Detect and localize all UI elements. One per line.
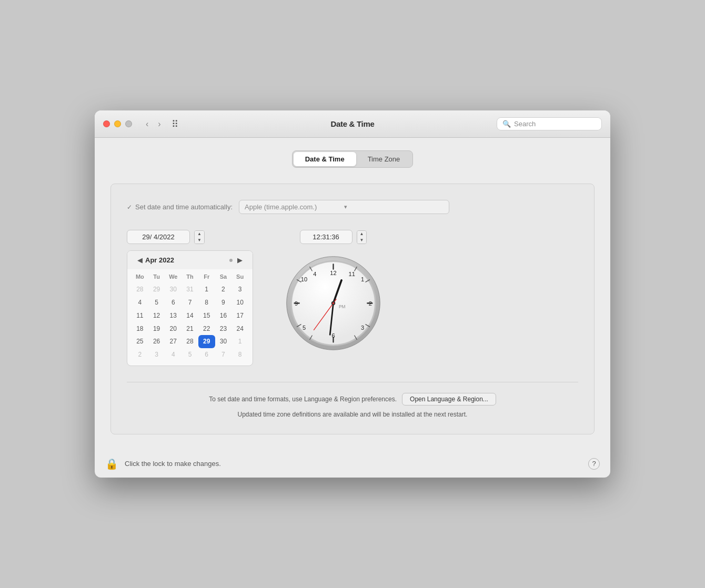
cal-cell[interactable]: 6 <box>198 348 215 361</box>
cal-cell[interactable]: 6 <box>165 296 182 309</box>
svg-text:9: 9 <box>295 300 298 307</box>
cal-cell[interactable]: 17 <box>231 309 248 322</box>
back-button[interactable]: ‹ <box>143 118 152 130</box>
clock-section: ▲ ▼ <box>285 230 382 352</box>
lock-icon[interactable]: 🔒 <box>105 458 118 470</box>
cal-cell[interactable]: 15 <box>198 309 215 322</box>
cal-cell[interactable]: 4 <box>165 348 182 361</box>
search-input[interactable] <box>514 120 596 128</box>
lock-text: Click the lock to make changes. <box>125 460 221 468</box>
open-language-region-button[interactable]: Open Language & Region... <box>402 393 496 405</box>
cal-cell[interactable]: 27 <box>165 335 182 348</box>
calendar-grid: Mo Tu We Th Fr Sa Su 28 29 <box>127 269 253 366</box>
cal-cell[interactable]: 21 <box>182 322 198 336</box>
cal-cell-selected[interactable]: 29 <box>198 335 215 348</box>
auto-time-label[interactable]: ✓ Set date and time automatically: <box>127 203 233 211</box>
svg-text:6: 6 <box>331 332 335 339</box>
cal-cell[interactable]: 13 <box>165 309 182 322</box>
cal-cell[interactable]: 31 <box>182 283 198 296</box>
svg-text:5: 5 <box>303 325 306 331</box>
tab-datetime[interactable]: Date & Time <box>294 152 356 166</box>
cal-cell[interactable]: 5 <box>148 296 165 309</box>
date-field[interactable] <box>127 230 190 244</box>
date-decrement-button[interactable]: ▼ <box>195 237 204 244</box>
cal-cell[interactable]: 5 <box>182 348 198 361</box>
calendar-week-6: 2 3 4 5 6 7 8 <box>132 348 248 361</box>
cal-cell[interactable]: 3 <box>231 283 248 296</box>
cal-cell[interactable]: 7 <box>215 348 232 361</box>
grid-button[interactable]: ⠿ <box>169 116 180 132</box>
svg-point-30 <box>333 302 335 305</box>
calendar-next-button[interactable]: ▶ <box>235 255 245 265</box>
calendar-section: ▲ ▼ ◀ Apr 2022 ▶ <box>127 230 253 366</box>
cal-cell[interactable]: 2 <box>132 348 148 361</box>
cal-cell[interactable]: 22 <box>198 322 215 336</box>
date-increment-button[interactable]: ▲ <box>195 231 204 237</box>
svg-text:11: 11 <box>348 271 355 277</box>
window-title: Date & Time <box>330 119 374 128</box>
server-select[interactable]: Apple (time.apple.com.) ▾ <box>239 200 449 214</box>
chevron-down-icon: ▾ <box>344 204 444 210</box>
time-field[interactable] <box>300 230 352 244</box>
cal-cell[interactable]: 18 <box>132 322 148 336</box>
time-decrement-button[interactable]: ▼ <box>357 237 367 244</box>
close-button[interactable] <box>103 120 110 127</box>
cal-cell[interactable]: 10 <box>231 296 248 309</box>
cal-cell[interactable]: 25 <box>132 335 148 348</box>
cal-cell[interactable]: 9 <box>215 296 232 309</box>
checkmark-icon: ✓ <box>127 204 132 211</box>
server-value: Apple (time.apple.com.) <box>245 203 344 211</box>
settings-panel: ✓ Set date and time automatically: Apple… <box>110 184 595 434</box>
day-sa: Sa <box>215 271 232 282</box>
day-mo: Mo <box>132 271 148 282</box>
tab-timezone[interactable]: Time Zone <box>356 152 412 166</box>
search-bar[interactable]: 🔍 <box>497 117 602 130</box>
maximize-button[interactable] <box>125 120 132 127</box>
titlebar: ‹ › ⠿ Date & Time 🔍 <box>95 110 610 138</box>
calendar: ◀ Apr 2022 ▶ Mo Tu We Th Fr <box>127 250 253 366</box>
cal-cell[interactable]: 7 <box>182 296 198 309</box>
cal-cell[interactable]: 2 <box>215 283 232 296</box>
day-tu: Tu <box>148 271 165 282</box>
cal-cell[interactable]: 24 <box>231 322 248 336</box>
content-area: Date & Time Time Zone ✓ Set date and tim… <box>95 138 610 450</box>
calendar-week-4: 18 19 20 21 22 23 24 <box>132 322 248 336</box>
cal-cell[interactable]: 1 <box>198 283 215 296</box>
cal-cell[interactable]: 8 <box>198 296 215 309</box>
cal-cell[interactable]: 23 <box>215 322 232 336</box>
cal-cell[interactable]: 1 <box>231 335 248 348</box>
cal-cell[interactable]: 4 <box>132 296 148 309</box>
calendar-header: ◀ Apr 2022 ▶ <box>127 251 253 269</box>
time-field-row: ▲ ▼ <box>300 230 367 244</box>
svg-text:12: 12 <box>330 270 336 276</box>
cal-cell[interactable]: 30 <box>215 335 232 348</box>
help-button[interactable]: ? <box>588 458 600 470</box>
cal-cell[interactable]: 28 <box>182 335 198 348</box>
tabs-container: Date & Time Time Zone <box>110 150 595 168</box>
footer-note: Updated time zone definitions are availa… <box>127 411 578 418</box>
cal-cell[interactable]: 28 <box>132 283 148 296</box>
cal-cell[interactable]: 16 <box>215 309 232 322</box>
svg-text:PM: PM <box>339 304 346 309</box>
cal-cell[interactable]: 19 <box>148 322 165 336</box>
cal-cell[interactable]: 20 <box>165 322 182 336</box>
cal-cell[interactable]: 11 <box>132 309 148 322</box>
cal-cell[interactable]: 3 <box>148 348 165 361</box>
search-icon: 🔍 <box>502 120 511 128</box>
footer-description: To set date and time formats, use Langua… <box>209 396 397 403</box>
cal-cell[interactable]: 26 <box>148 335 165 348</box>
svg-text:1: 1 <box>361 276 364 282</box>
minimize-button[interactable] <box>114 120 121 127</box>
time-increment-button[interactable]: ▲ <box>357 231 367 237</box>
day-su: Su <box>231 271 248 282</box>
cal-cell[interactable]: 29 <box>148 283 165 296</box>
cal-cell[interactable]: 30 <box>165 283 182 296</box>
cal-cell[interactable]: 14 <box>182 309 198 322</box>
calendar-month-year: Apr 2022 <box>145 256 227 264</box>
auto-time-text: Set date and time automatically: <box>135 203 233 211</box>
day-th: Th <box>182 271 198 282</box>
cal-cell[interactable]: 12 <box>148 309 165 322</box>
forward-button[interactable]: › <box>155 118 164 130</box>
cal-cell[interactable]: 8 <box>231 348 248 361</box>
calendar-prev-button[interactable]: ◀ <box>135 255 145 265</box>
